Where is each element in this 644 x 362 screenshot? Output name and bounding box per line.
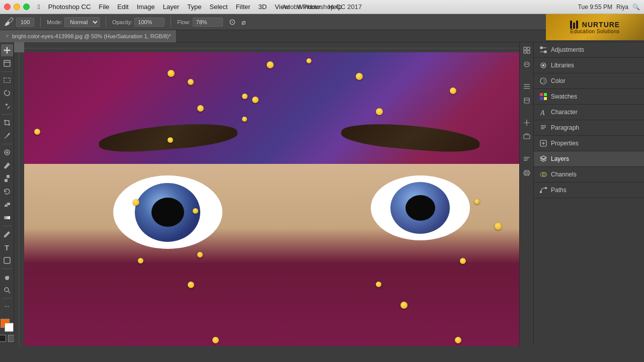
tool-text[interactable]: T bbox=[1, 241, 13, 253]
panel-layers[interactable]: Layers bbox=[534, 151, 644, 167]
panel-adjustments[interactable]: Adjustments bbox=[534, 42, 644, 58]
menu-image[interactable]: Image bbox=[133, 2, 159, 12]
panel-swatches[interactable]: Swatches bbox=[534, 89, 644, 105]
tool-zoom[interactable] bbox=[1, 284, 13, 296]
tool-hand[interactable] bbox=[1, 271, 13, 283]
decorative-dot bbox=[306, 58, 311, 63]
tab-filename: bright-color-eyes-413998.jpg @ 50% (Hue/… bbox=[12, 33, 171, 39]
svg-rect-2 bbox=[4, 78, 10, 82]
tool-crop[interactable] bbox=[1, 117, 13, 129]
menu-edit[interactable]: Edit bbox=[113, 2, 132, 12]
color-icon bbox=[539, 76, 548, 85]
tool-healing[interactable] bbox=[1, 146, 13, 158]
svg-rect-6 bbox=[7, 203, 10, 205]
menu-file[interactable]: File bbox=[95, 2, 113, 12]
svg-rect-41 bbox=[540, 97, 543, 100]
tool-shape[interactable] bbox=[1, 254, 13, 266]
panel-icon-2[interactable] bbox=[521, 58, 533, 70]
tool-pen[interactable] bbox=[1, 228, 13, 240]
brush-size-value[interactable]: 100 bbox=[16, 18, 34, 27]
document-tab[interactable]: ✕ bright-color-eyes-413998.jpg @ 50% (Hu… bbox=[0, 30, 177, 42]
panel-properties[interactable]: Properties bbox=[534, 136, 644, 151]
tool-history[interactable] bbox=[1, 186, 13, 198]
tool-marquee[interactable] bbox=[1, 74, 13, 86]
panel-channels[interactable]: Channels bbox=[534, 167, 644, 183]
panel-paths[interactable]: Paths bbox=[534, 183, 644, 198]
panel-icon-8[interactable] bbox=[521, 167, 533, 179]
panel-character[interactable]: A Character bbox=[534, 105, 644, 120]
tool-clone[interactable] bbox=[1, 172, 13, 185]
svg-rect-40 bbox=[544, 93, 547, 96]
libraries-label: Libraries bbox=[551, 62, 574, 69]
tool-brush[interactable] bbox=[1, 159, 13, 171]
svg-rect-15 bbox=[524, 47, 526, 50]
tool-move[interactable] bbox=[1, 44, 13, 56]
toolbar-separator bbox=[2, 71, 12, 72]
background-color[interactable] bbox=[5, 323, 14, 332]
airbrush-icon[interactable]: ⊙ bbox=[229, 17, 235, 27]
opacity-label: Opacity: bbox=[112, 19, 132, 25]
menu-filter[interactable]: Filter bbox=[232, 2, 255, 12]
menu-3d[interactable]: 3D bbox=[255, 2, 271, 12]
panel-icon-5[interactable] bbox=[521, 117, 533, 129]
swatch-container bbox=[1, 319, 14, 332]
opacity-control: Opacity: bbox=[112, 18, 165, 27]
three-dots[interactable]: ··· bbox=[4, 303, 9, 310]
character-icon: A bbox=[539, 108, 548, 117]
minimize-button[interactable] bbox=[14, 4, 20, 10]
panel-icon-3[interactable] bbox=[521, 80, 533, 93]
opacity-input[interactable] bbox=[134, 18, 165, 27]
ruler-vertical bbox=[14, 52, 24, 346]
close-button[interactable] bbox=[4, 4, 11, 10]
channels-label: Channels bbox=[551, 171, 577, 178]
clock: Tue 9:55 PM bbox=[578, 4, 612, 11]
tab-close-icon[interactable]: ✕ bbox=[5, 33, 9, 39]
paragraph-label: Paragraph bbox=[551, 124, 579, 131]
right-panel: Adjustments Libraries Color Swatches A C… bbox=[533, 42, 644, 346]
svg-rect-11 bbox=[24, 42, 519, 52]
menu-photoshop[interactable]: Photoshop CC bbox=[44, 2, 95, 12]
swatches-icon bbox=[539, 92, 548, 101]
mode-select[interactable]: Normal bbox=[64, 17, 100, 27]
panel-icon-4[interactable] bbox=[521, 95, 533, 107]
svg-rect-0 bbox=[4, 60, 10, 66]
menu-type[interactable]: Type bbox=[183, 2, 205, 12]
left-toolbar: T ··· bbox=[0, 42, 14, 346]
tool-lasso[interactable] bbox=[1, 87, 13, 99]
image-content bbox=[24, 52, 519, 346]
tool-eyedropper[interactable] bbox=[1, 130, 13, 142]
mac-titlebar:  Photoshop CC File Edit Image Layer Typ… bbox=[0, 0, 644, 14]
iris-right bbox=[390, 182, 450, 234]
flow-label: Flow: bbox=[177, 19, 190, 25]
svg-point-9 bbox=[5, 288, 9, 292]
toolbar-separator-5 bbox=[2, 268, 12, 269]
titlebar-right: Tue 9:55 PM Riya 🔍 bbox=[578, 4, 640, 11]
decorative-dot bbox=[460, 258, 466, 264]
tool-eraser[interactable] bbox=[1, 199, 13, 211]
panel-paragraph[interactable]: Paragraph bbox=[534, 120, 644, 136]
mode-label: Mode: bbox=[47, 19, 62, 25]
svg-rect-30 bbox=[525, 170, 529, 172]
tool-gradient[interactable] bbox=[1, 212, 13, 224]
svg-line-10 bbox=[8, 291, 10, 293]
panel-icon-6[interactable] bbox=[521, 131, 533, 143]
panel-icon-7[interactable] bbox=[521, 153, 533, 165]
apple-menu[interactable]:  bbox=[34, 2, 44, 12]
quick-mask[interactable] bbox=[0, 335, 6, 342]
properties-icon bbox=[539, 139, 548, 148]
menu-layer[interactable]: Layer bbox=[159, 2, 184, 12]
fullscreen-button[interactable] bbox=[23, 4, 30, 10]
search-icon[interactable]: 🔍 bbox=[632, 4, 640, 11]
tool-magic-wand[interactable] bbox=[1, 100, 13, 112]
tool-artboard[interactable] bbox=[1, 57, 13, 69]
panel-color[interactable]: Color bbox=[534, 73, 644, 89]
panel-libraries[interactable]: Libraries bbox=[534, 58, 644, 73]
flow-input[interactable] bbox=[193, 18, 223, 27]
channels-icon bbox=[539, 170, 548, 179]
libraries-icon bbox=[539, 61, 548, 70]
menu-select[interactable]: Select bbox=[206, 2, 232, 12]
decorative-dot bbox=[193, 208, 198, 214]
panel-icon-1[interactable] bbox=[521, 44, 533, 56]
paragraph-icon bbox=[539, 123, 548, 132]
pressure-icon[interactable]: ⌀ bbox=[242, 18, 246, 26]
